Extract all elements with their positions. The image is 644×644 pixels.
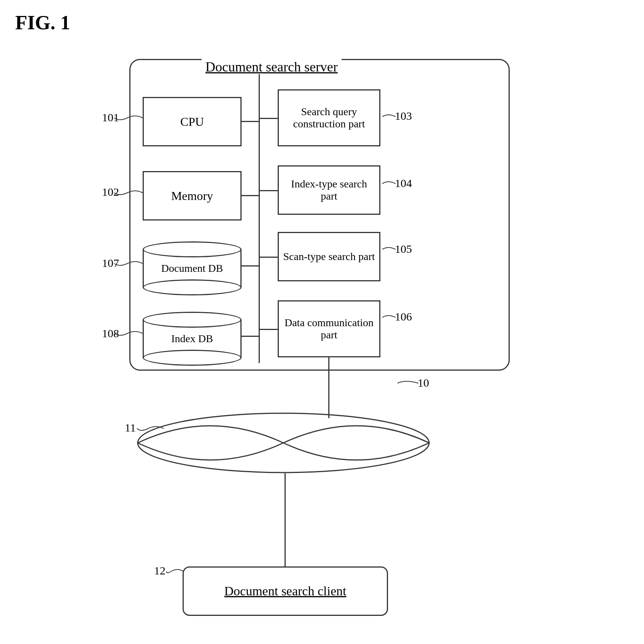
doc-db-bottom (143, 279, 242, 295)
network-shape (137, 412, 430, 473)
dc-hline (259, 329, 278, 330)
ref-12-line (164, 566, 185, 577)
memory-label: Memory (171, 189, 213, 203)
memory-hline (242, 195, 260, 196)
search-query-label: Search query construction part (282, 106, 376, 130)
index-db-bottom (143, 350, 242, 366)
ref-12: 12 (154, 564, 165, 577)
docdb-hline (242, 265, 260, 266)
search-query-box: Search query construction part (278, 89, 380, 146)
client-label: Document search client (224, 584, 347, 598)
ref-106-line (380, 312, 398, 323)
cpu-label: CPU (180, 115, 204, 129)
is-hline (259, 190, 278, 191)
ref-108-line (112, 328, 145, 339)
index-db: Index DB (143, 312, 242, 366)
net-to-client-vline (285, 473, 286, 567)
client-box: Document search client (183, 566, 388, 616)
doc-db-label: Document DB (161, 262, 223, 274)
index-search-box: Index-type search part (278, 165, 380, 215)
ref-102-line (112, 187, 145, 198)
scan-search-label: Scan-type search part (283, 251, 375, 263)
sq-hline (259, 118, 278, 119)
index-search-label: Index-type search part (282, 178, 376, 202)
scan-search-box: Scan-type search part (278, 232, 380, 281)
server-title: Document search server (202, 59, 342, 75)
index-db-top (143, 312, 242, 328)
cpu-box: CPU (143, 97, 242, 146)
figure-title: FIG. 1 (15, 11, 70, 34)
ref-10-line (396, 378, 420, 389)
index-db-label: Index DB (171, 333, 213, 345)
data-comm-box: Data communication part (278, 300, 380, 357)
ref-11-line (135, 423, 165, 434)
ref-107-line (112, 258, 145, 269)
memory-box: Memory (143, 171, 242, 220)
ref-105-line (380, 244, 398, 255)
dc-vline-down (328, 357, 329, 418)
ref-101-line (112, 112, 145, 124)
ss-hline (259, 257, 278, 258)
indexdb-hline (242, 336, 260, 337)
document-db: Document DB (143, 241, 242, 295)
cpu-hline (242, 121, 260, 122)
ref-104-line (380, 178, 398, 189)
doc-db-top (143, 241, 242, 257)
server-divider (259, 74, 260, 363)
ref-11: 11 (125, 421, 136, 434)
ref-103-line (380, 111, 398, 122)
data-comm-label: Data communication part (282, 317, 376, 341)
